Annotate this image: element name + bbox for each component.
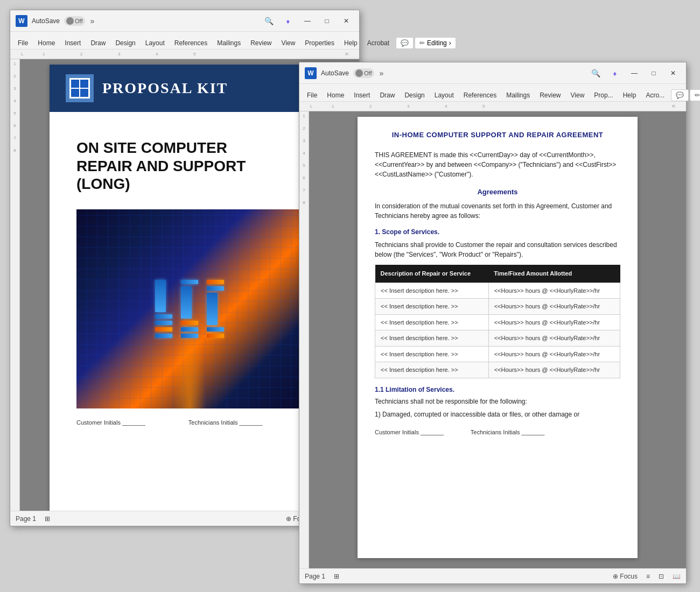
autosave-toggle-2[interactable]: Off bbox=[353, 68, 374, 78]
ribbon-tabs-2: File Home Insert Draw Design Layout Refe… bbox=[299, 84, 686, 101]
tab-draw-2[interactable]: Draw bbox=[375, 89, 399, 101]
tab-properties-1[interactable]: Properties bbox=[300, 37, 339, 49]
left-ruler-1: 12345678 bbox=[10, 59, 20, 511]
tab-layout-2[interactable]: Layout bbox=[430, 89, 458, 101]
table-row: << Insert description here. >><<Hours>> … bbox=[375, 330, 620, 347]
maximize-button-2[interactable]: □ bbox=[646, 66, 661, 81]
tab-home-1[interactable]: Home bbox=[33, 37, 59, 49]
comment-icon-1: 💬 bbox=[401, 39, 409, 47]
rack-col-1 bbox=[155, 280, 172, 338]
autosave-label-2: AutoSave bbox=[321, 69, 349, 77]
table-cell-desc: << Insert description here. >> bbox=[375, 314, 489, 330]
layout-view-2: ≡ bbox=[646, 573, 650, 580]
titlebar-2: W AutoSave Off » 🔍 ⬧ — □ ✕ bbox=[299, 62, 686, 84]
tab-properties-2[interactable]: Prop... bbox=[590, 89, 617, 101]
tab-layout-1[interactable]: Layout bbox=[141, 37, 169, 49]
server-image bbox=[76, 209, 303, 408]
tab-insert-1[interactable]: Insert bbox=[60, 37, 85, 49]
page-2: IN-HOME COMPUTER SUPPORT AND REPAIR AGRE… bbox=[358, 117, 638, 558]
page2-body: IN-HOME COMPUTER SUPPORT AND REPAIR AGRE… bbox=[358, 117, 638, 449]
maximize-button-1[interactable]: □ bbox=[319, 13, 334, 29]
limitation-text: Technicians shall not be responsible for… bbox=[375, 397, 620, 406]
ru-2 bbox=[155, 321, 172, 325]
tab-acrobat-2[interactable]: Acro... bbox=[641, 89, 669, 101]
logo-sq-4 bbox=[80, 89, 88, 97]
proposal-kit-title: Proposal Kit bbox=[102, 80, 228, 97]
scope-section: 1. Scope of Services. bbox=[375, 227, 620, 237]
table-cell-time: <<Hours>> hours @ <<HourlyRate>>/hr bbox=[488, 362, 620, 378]
logo-sq-3 bbox=[71, 89, 79, 97]
tab-review-2[interactable]: Review bbox=[535, 89, 565, 101]
toggle-knob-2 bbox=[355, 69, 363, 77]
ribbon-tabs-1: File Home Insert Draw Design Layout Refe… bbox=[10, 32, 359, 49]
tab-view-2[interactable]: View bbox=[566, 89, 589, 101]
editing-button-2[interactable]: ✏ Editing › bbox=[690, 89, 700, 101]
logo-sq-2 bbox=[80, 80, 88, 88]
close-button-2[interactable]: ✕ bbox=[666, 66, 681, 81]
page1-body: ON SITE COMPUTERREPAIR AND SUPPORT(LONG) bbox=[50, 112, 330, 442]
limitation-item: 1) Damaged, corrupted or inaccessible da… bbox=[375, 410, 620, 419]
tab-mailings-1[interactable]: Mailings bbox=[213, 37, 245, 49]
page-count-1: Page 1 bbox=[16, 515, 36, 523]
comment-button-1[interactable]: 💬 bbox=[396, 37, 414, 49]
ru-7 bbox=[181, 327, 198, 332]
close-button-1[interactable]: ✕ bbox=[339, 13, 354, 29]
tab-help-2[interactable]: Help bbox=[619, 89, 641, 101]
server-rack-visual bbox=[155, 280, 224, 338]
pencil-icon-2: ✏ bbox=[695, 91, 700, 99]
rack-unit-tall-3 bbox=[207, 293, 218, 325]
tab-home-2[interactable]: Home bbox=[323, 89, 348, 101]
read-view-2: 📖 bbox=[673, 573, 681, 580]
tab-references-1[interactable]: References bbox=[170, 37, 212, 49]
tab-help-1[interactable]: Help bbox=[340, 37, 362, 49]
tab-references-2[interactable]: References bbox=[459, 89, 501, 101]
table-cell-time: <<Hours>> hours @ <<HourlyRate>>/hr bbox=[488, 299, 620, 315]
table-row: << Insert description here. >><<Hours>> … bbox=[375, 346, 620, 362]
tab-draw-1[interactable]: Draw bbox=[86, 37, 110, 49]
rack-col-3 bbox=[207, 280, 224, 338]
minimize-button-1[interactable]: — bbox=[300, 13, 315, 29]
ru-5 bbox=[181, 280, 198, 284]
tab-file-2[interactable]: File bbox=[303, 89, 321, 101]
tab-insert-2[interactable]: Insert bbox=[349, 89, 374, 101]
editing-label-1: Editing bbox=[427, 39, 447, 47]
tab-design-1[interactable]: Design bbox=[111, 37, 139, 49]
table-row: << Insert description here. >><<Hours>> … bbox=[375, 283, 620, 299]
table-row: << Insert description here. >><<Hours>> … bbox=[375, 314, 620, 330]
minimize-button-2[interactable]: — bbox=[627, 66, 642, 81]
comment-icon-2: 💬 bbox=[676, 91, 684, 99]
tab-mailings-2[interactable]: Mailings bbox=[502, 89, 534, 101]
tech-initials-1: Technicians Initials _______ bbox=[188, 419, 263, 426]
chevron-icon-2: » bbox=[380, 69, 384, 77]
autosave-label-1: AutoSave bbox=[32, 17, 60, 25]
focus-icon-2: ⊕ Focus bbox=[613, 573, 638, 580]
editing-button-1[interactable]: ✏ Editing › bbox=[415, 37, 456, 49]
table-cell-desc: << Insert description here. >> bbox=[375, 283, 489, 299]
tab-acrobat-1[interactable]: Acrobat bbox=[363, 37, 394, 49]
diamond-icon-2[interactable]: ⬧ bbox=[607, 66, 622, 81]
search-icon-2[interactable]: 🔍 bbox=[588, 66, 603, 81]
chevron-icon-1: » bbox=[90, 17, 95, 25]
autosave-toggle-1[interactable]: Off bbox=[64, 16, 85, 26]
toggle-text-2: Off bbox=[364, 70, 372, 76]
agreements-section: Agreements bbox=[375, 187, 620, 198]
search-icon-1[interactable]: 🔍 bbox=[261, 13, 276, 29]
ru-6 bbox=[181, 321, 198, 325]
tab-file-1[interactable]: File bbox=[13, 37, 32, 49]
table-cell-time: <<Hours>> hours @ <<HourlyRate>>/hr bbox=[488, 330, 620, 347]
ru-9 bbox=[207, 280, 224, 284]
table-cell-desc: << Insert description here. >> bbox=[375, 346, 489, 362]
proposal-logo bbox=[66, 74, 94, 102]
comment-button-2[interactable]: 💬 bbox=[671, 89, 689, 101]
tab-design-2[interactable]: Design bbox=[400, 89, 429, 101]
agreement-intro: THIS AGREEMENT is made this <<CurrentDay… bbox=[375, 150, 620, 179]
diamond-icon-1[interactable]: ⬧ bbox=[281, 13, 296, 29]
toggle-knob-1 bbox=[66, 17, 74, 25]
agreement-title: IN-HOME COMPUTER SUPPORT AND REPAIR AGRE… bbox=[375, 130, 620, 140]
page1-initials: Customer Initials _______ Technicians In… bbox=[76, 419, 303, 426]
ruler-2: L 1 2 3 4 5 R bbox=[299, 102, 686, 111]
tab-view-1[interactable]: View bbox=[277, 37, 300, 49]
ribbon-1: File Home Insert Draw Design Layout Refe… bbox=[10, 32, 359, 50]
ru-8 bbox=[181, 334, 198, 338]
tab-review-1[interactable]: Review bbox=[246, 37, 276, 49]
